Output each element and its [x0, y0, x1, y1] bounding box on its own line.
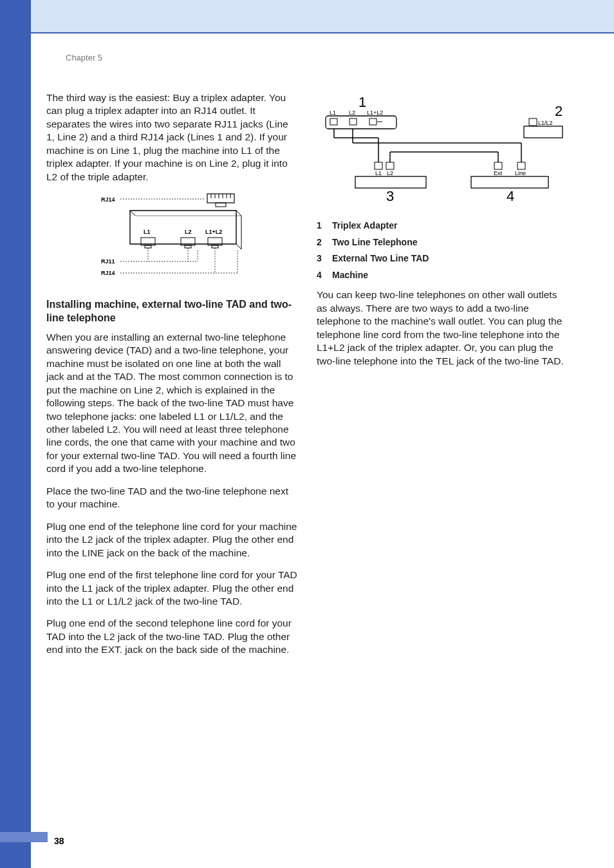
- legend-item: 2 Two Line Telephone: [317, 236, 568, 248]
- svg-rect-42: [369, 118, 377, 125]
- figure-triplex-adapter: RJ14 L1 L2 L1+L2: [88, 193, 256, 283]
- svg-line-9: [130, 211, 135, 216]
- header-band: [0, 0, 614, 32]
- svg-text:L1+L2: L1+L2: [367, 109, 383, 116]
- legend-number: 1: [317, 220, 323, 231]
- legend-item: 1 Triplex Adapter: [317, 220, 568, 231]
- legend-text: Two Line Telephone: [332, 236, 417, 248]
- legend-text: Triplex Adapter: [332, 220, 397, 231]
- paragraph: Plug one end of the second telephone lin…: [46, 617, 297, 656]
- left-band: [0, 0, 31, 868]
- paragraph: You can keep two-line telephones on othe…: [317, 288, 568, 368]
- svg-text:L2: L2: [387, 170, 393, 176]
- svg-text:1: 1: [358, 94, 366, 110]
- svg-text:L1+L2: L1+L2: [205, 229, 222, 235]
- svg-rect-40: [330, 118, 337, 125]
- paragraph: Plug one end of the telephone line cord …: [46, 520, 297, 560]
- svg-rect-46: [524, 126, 563, 138]
- svg-line-10: [236, 211, 241, 216]
- svg-text:RJ11: RJ11: [101, 258, 115, 265]
- legend-text: Machine: [332, 269, 368, 281]
- svg-text:L1: L1: [144, 229, 151, 235]
- svg-rect-57: [386, 162, 394, 169]
- svg-rect-7: [216, 203, 226, 207]
- svg-rect-22: [212, 245, 218, 248]
- header-divider: [31, 32, 614, 33]
- svg-rect-65: [471, 176, 548, 188]
- svg-line-11: [236, 244, 241, 249]
- figure-connection-diagram: 1 2 3 4 L1 L2 L1+L2 L1/L2: [317, 91, 568, 211]
- svg-rect-18: [145, 245, 151, 248]
- svg-rect-62: [517, 162, 525, 169]
- legend-number: 3: [317, 252, 323, 264]
- svg-text:2: 2: [555, 103, 563, 119]
- chapter-label: Chapter 5: [66, 53, 102, 62]
- svg-text:L2: L2: [349, 109, 355, 116]
- svg-rect-61: [494, 162, 502, 169]
- rj14-label: RJ14: [101, 196, 115, 203]
- svg-text:L1: L1: [375, 170, 382, 176]
- right-column: 1 2 3 4 L1 L2 L1+L2 L1/L2: [317, 91, 568, 666]
- paragraph: Plug one end of the first telephone line…: [46, 569, 297, 608]
- svg-text:RJ14: RJ14: [101, 270, 115, 276]
- legend-item: 3 External Two Line TAD: [317, 252, 568, 264]
- svg-text:3: 3: [386, 188, 394, 204]
- legend-text: External Two Line TAD: [332, 252, 429, 264]
- content-area: The third way is the easiest: Buy a trip…: [46, 91, 568, 666]
- svg-rect-44: [529, 118, 537, 126]
- legend-number: 4: [317, 269, 323, 281]
- svg-rect-41: [349, 118, 357, 125]
- svg-rect-20: [185, 245, 191, 248]
- paragraph: When you are installing an external two-…: [46, 331, 297, 476]
- page-number: 38: [54, 836, 64, 846]
- subheading: Installing machine, external two-line TA…: [46, 297, 297, 325]
- paragraph: The third way is the easiest: Buy a trip…: [46, 91, 297, 184]
- svg-rect-60: [355, 176, 426, 188]
- legend-item: 4 Machine: [317, 269, 568, 281]
- svg-text:L1: L1: [330, 109, 336, 116]
- left-column: The third way is the easiest: Buy a trip…: [46, 91, 297, 666]
- svg-rect-36: [326, 116, 396, 129]
- legend-number: 2: [317, 236, 323, 248]
- footer-accent: [0, 832, 48, 842]
- svg-rect-56: [375, 162, 382, 169]
- svg-text:Ext: Ext: [494, 170, 503, 176]
- paragraph: Place the two-line TAD and the two-line …: [46, 485, 297, 511]
- svg-text:4: 4: [507, 188, 514, 204]
- svg-text:L1/L2: L1/L2: [538, 120, 553, 126]
- svg-text:L2: L2: [185, 229, 192, 235]
- svg-text:Line: Line: [515, 170, 526, 176]
